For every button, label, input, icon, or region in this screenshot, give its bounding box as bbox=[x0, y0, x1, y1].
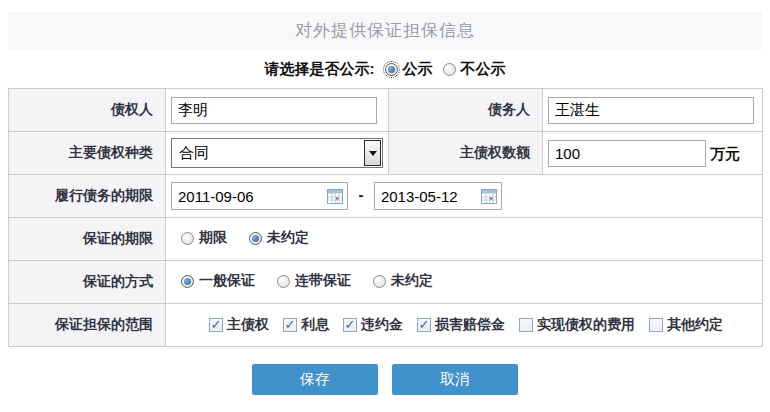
checkbox-label: 违约金 bbox=[361, 316, 403, 334]
table-row: 保证的期限 期限 未约定 bbox=[9, 218, 763, 261]
debt-type-select[interactable]: 合同 bbox=[171, 138, 383, 168]
publicity-question-label: 请选择是否公示: bbox=[265, 60, 375, 79]
guarantee-info-page: 对外提供保证担保信息 请选择是否公示: 公示 不公示 债权人 债务人 主要债权种… bbox=[0, 12, 770, 412]
checkbox-option-realization-costs[interactable]: 实现债权的费用 bbox=[519, 316, 635, 334]
guarantee-scope-label: 保证担保的范围 bbox=[9, 304, 166, 347]
guarantee-scope-options: 主债权 利息 违约金 损害赔偿金 bbox=[171, 316, 761, 334]
radio-option-not-public[interactable]: 不公示 bbox=[443, 60, 506, 79]
debt-type-selected-value: 合同 bbox=[179, 144, 209, 163]
checkbox-icon[interactable] bbox=[519, 318, 533, 332]
radio-label: 连带保证 bbox=[295, 272, 351, 290]
checkbox-label: 其他约定 bbox=[667, 316, 723, 334]
creditor-input[interactable] bbox=[171, 97, 377, 124]
debt-amount-label: 主债权数额 bbox=[389, 132, 543, 175]
debt-amount-input[interactable] bbox=[548, 140, 706, 167]
checkbox-icon[interactable] bbox=[649, 318, 663, 332]
radio-option-unagreed-period[interactable]: 未约定 bbox=[249, 229, 309, 247]
radio-label: 未约定 bbox=[267, 229, 309, 247]
debt-type-label: 主要债权种类 bbox=[9, 132, 166, 175]
radio-option-unagreed-method[interactable]: 未约定 bbox=[373, 272, 433, 290]
radio-option-joint-guarantee[interactable]: 连带保证 bbox=[277, 272, 351, 290]
radio-option-public[interactable]: 公示 bbox=[385, 60, 433, 79]
radio-icon[interactable] bbox=[277, 275, 290, 288]
checkbox-icon[interactable] bbox=[343, 318, 357, 332]
table-row: 保证担保的范围 主债权 利息 违约金 bbox=[9, 304, 763, 347]
radio-option-general-guarantee[interactable]: 一般保证 bbox=[181, 272, 255, 290]
checkbox-icon[interactable] bbox=[283, 318, 297, 332]
chevron-down-icon[interactable] bbox=[364, 140, 381, 166]
checkbox-option-penalty[interactable]: 违约金 bbox=[343, 316, 403, 334]
table-row: 债权人 债务人 bbox=[9, 89, 763, 132]
table-row: 履行债务的期限 bbox=[9, 175, 763, 218]
guarantee-method-label: 保证的方式 bbox=[9, 261, 166, 304]
radio-icon[interactable] bbox=[181, 232, 194, 245]
period-start-input[interactable] bbox=[178, 184, 318, 208]
checkbox-option-interest[interactable]: 利息 bbox=[283, 316, 329, 334]
period-end-input[interactable] bbox=[381, 184, 476, 208]
debtor-input[interactable] bbox=[548, 97, 754, 124]
calendar-icon[interactable] bbox=[327, 189, 343, 204]
checkbox-label: 损害赔偿金 bbox=[435, 316, 505, 334]
radio-label: 不公示 bbox=[461, 60, 506, 79]
radio-label: 期限 bbox=[199, 229, 227, 247]
radio-icon[interactable] bbox=[373, 275, 386, 288]
checkbox-option-damages[interactable]: 损害赔偿金 bbox=[417, 316, 505, 334]
guarantee-form-table: 债权人 债务人 主要债权种类 合同 主债权数额 万元 履行债务的期 bbox=[8, 88, 763, 347]
checkbox-icon[interactable] bbox=[209, 318, 223, 332]
radio-label: 未约定 bbox=[391, 272, 433, 290]
radio-label: 一般保证 bbox=[199, 272, 255, 290]
checkbox-label: 实现债权的费用 bbox=[537, 316, 635, 334]
radio-icon[interactable] bbox=[385, 63, 398, 76]
debt-amount-unit: 万元 bbox=[710, 145, 740, 162]
guarantee-period-options: 期限 未约定 bbox=[171, 229, 309, 247]
guarantee-period-label: 保证的期限 bbox=[9, 218, 166, 261]
period-start-datebox bbox=[171, 182, 348, 210]
radio-label: 公示 bbox=[403, 60, 433, 79]
debtor-label: 债务人 bbox=[389, 89, 543, 132]
radio-icon[interactable] bbox=[181, 275, 194, 288]
date-range-separator: - bbox=[358, 186, 363, 203]
checkbox-label: 主债权 bbox=[227, 316, 269, 334]
checkbox-option-other-agreed[interactable]: 其他约定 bbox=[649, 316, 723, 334]
performance-period-label: 履行债务的期限 bbox=[9, 175, 166, 218]
radio-icon[interactable] bbox=[443, 63, 456, 76]
creditor-label: 债权人 bbox=[9, 89, 166, 132]
period-end-datebox bbox=[374, 182, 502, 210]
checkbox-option-principal-claim[interactable]: 主债权 bbox=[209, 316, 269, 334]
publicity-selector-row: 请选择是否公示: 公示 不公示 bbox=[0, 50, 770, 88]
save-button[interactable]: 保存 bbox=[252, 364, 378, 395]
calendar-icon[interactable] bbox=[481, 189, 497, 204]
radio-option-fixed-period[interactable]: 期限 bbox=[181, 229, 227, 247]
checkbox-icon[interactable] bbox=[417, 318, 431, 332]
table-row: 主要债权种类 合同 主债权数额 万元 bbox=[9, 132, 763, 175]
radio-icon[interactable] bbox=[249, 232, 262, 245]
cancel-button[interactable]: 取消 bbox=[392, 364, 518, 395]
form-actions: 保存 取消 bbox=[0, 364, 770, 395]
guarantee-method-options: 一般保证 连带保证 未约定 bbox=[171, 272, 433, 290]
page-title: 对外提供保证担保信息 bbox=[8, 12, 762, 50]
table-row: 保证的方式 一般保证 连带保证 未约定 bbox=[9, 261, 763, 304]
checkbox-label: 利息 bbox=[301, 316, 329, 334]
